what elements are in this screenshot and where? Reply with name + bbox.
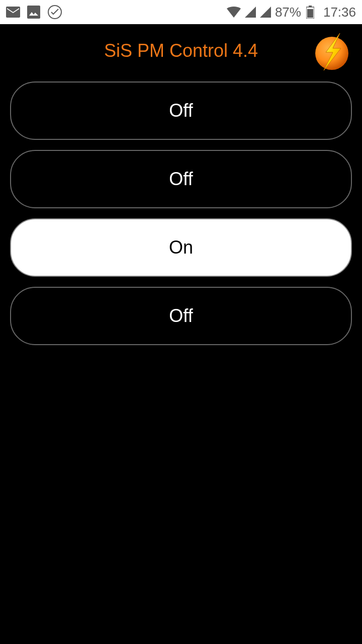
clock-time: 17:36 xyxy=(323,5,356,20)
socket-button-3[interactable]: On xyxy=(10,218,352,277)
status-bar-left xyxy=(6,5,62,20)
battery-percentage: 87% xyxy=(275,5,301,20)
svg-point-5 xyxy=(315,37,348,70)
status-bar: 87% 17:36 xyxy=(0,0,362,24)
signal-icon-1 xyxy=(245,7,256,18)
svg-rect-4 xyxy=(307,9,313,18)
svg-rect-0 xyxy=(27,6,40,19)
lightning-icon xyxy=(312,31,352,71)
socket-label: On xyxy=(169,237,193,258)
signal-icon-2 xyxy=(260,7,271,18)
battery-icon xyxy=(306,6,314,19)
app-header: SiS PM Control 4.4 xyxy=(10,24,352,82)
socket-button-2[interactable]: Off xyxy=(10,150,352,208)
app-content: SiS PM Control 4.4 xyxy=(0,24,362,644)
socket-label: Off xyxy=(169,305,193,327)
checkmark-circle-icon xyxy=(47,5,62,20)
wifi-icon xyxy=(227,7,241,18)
socket-button-1[interactable]: Off xyxy=(10,82,352,140)
status-bar-right: 87% 17:36 xyxy=(227,5,356,20)
socket-label: Off xyxy=(169,169,193,190)
app-title: SiS PM Control 4.4 xyxy=(104,40,258,61)
socket-button-4[interactable]: Off xyxy=(10,287,352,345)
email-icon xyxy=(6,7,20,18)
image-icon xyxy=(27,6,40,19)
socket-label: Off xyxy=(169,100,193,121)
